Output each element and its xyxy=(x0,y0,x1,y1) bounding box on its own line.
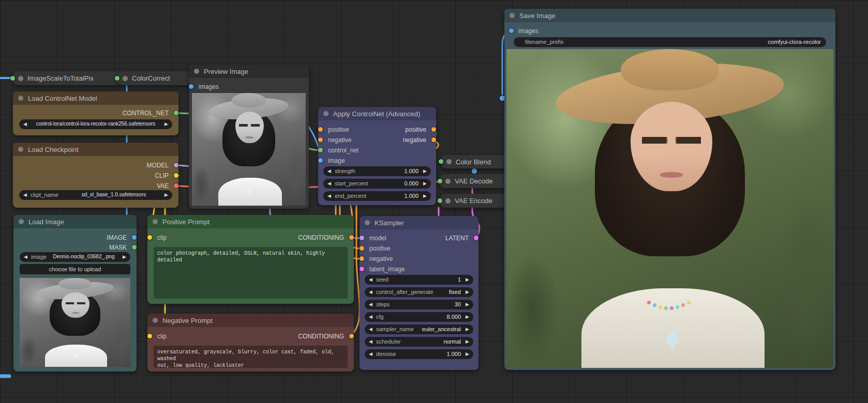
collapse-dot-icon[interactable] xyxy=(153,219,158,224)
collapse-dot-icon[interactable] xyxy=(153,318,158,323)
decrement-arrow-icon[interactable] xyxy=(369,314,372,320)
node-load-controlnet-model[interactable]: Load ControlNet Model CONTROL_NET contro… xyxy=(13,91,178,135)
output-port-clip[interactable] xyxy=(174,173,178,178)
ckpt-name-widget[interactable]: ckpt_name sd_xl_base_1.0.safetensors xyxy=(19,190,172,200)
node-titlebar[interactable]: Positive Prompt xyxy=(147,215,354,228)
decrement-arrow-icon[interactable] xyxy=(369,351,372,358)
collapse-dot-icon[interactable] xyxy=(323,111,328,116)
collapse-dot-icon[interactable] xyxy=(19,219,24,224)
collapse-dot-icon[interactable] xyxy=(446,159,452,164)
image-file-widget[interactable]: image Dennis-noclip_03682_.png xyxy=(20,252,130,262)
input-port-icon[interactable] xyxy=(438,179,442,183)
output-port-latent[interactable] xyxy=(474,236,478,240)
input-port-icon[interactable] xyxy=(439,159,443,164)
input-port-model[interactable] xyxy=(360,236,364,240)
node-titlebar[interactable]: Load Checkpoint xyxy=(13,143,178,156)
collapse-dot-icon[interactable] xyxy=(365,220,370,225)
increment-arrow-icon[interactable] xyxy=(423,168,427,175)
input-port-icon[interactable] xyxy=(10,76,15,81)
input-port-positive[interactable] xyxy=(360,246,364,251)
input-port-clip[interactable] xyxy=(147,235,152,240)
decrement-arrow-icon[interactable] xyxy=(369,338,372,345)
node-graph-canvas[interactable]: ImageScaleToTotalPix ColorCorrect Load C… xyxy=(0,0,868,403)
output-port-vae[interactable] xyxy=(174,183,178,188)
decrement-arrow-icon[interactable] xyxy=(327,193,331,199)
node-ksampler[interactable]: KSampler model LATENT positive negative … xyxy=(360,216,478,370)
node-image-scale-to-total-pix[interactable]: ImageScaleToTotalPix xyxy=(13,71,123,85)
input-port-negative[interactable] xyxy=(318,137,323,142)
collapse-dot-icon[interactable] xyxy=(510,13,515,18)
node-load-image[interactable]: Load Image IMAGE MASK image Dennis-nocli… xyxy=(13,215,137,371)
node-titlebar[interactable]: Apply ControlNet (Advanced) xyxy=(318,107,436,120)
node-positive-prompt[interactable]: Positive Prompt clip CONDITIONING color … xyxy=(147,215,354,304)
cfg-widget[interactable]: cfg 8.000 xyxy=(365,312,473,322)
increment-arrow-icon[interactable] xyxy=(466,314,469,320)
strength-widget[interactable]: strength 1.000 xyxy=(323,166,431,176)
node-titlebar[interactable]: Load ControlNet Model xyxy=(13,91,178,105)
input-port-icon[interactable] xyxy=(438,198,442,203)
collapse-dot-icon[interactable] xyxy=(194,69,199,74)
node-negative-prompt[interactable]: Negative Prompt clip CONDITIONING oversa… xyxy=(147,314,354,371)
node-save-image[interactable]: Save Image images filename_prefix comfyu… xyxy=(504,9,835,370)
input-port-positive[interactable] xyxy=(318,127,323,132)
input-port-image[interactable] xyxy=(318,158,323,163)
seed-widget[interactable]: seed 1 xyxy=(365,275,473,285)
input-port-negative[interactable] xyxy=(360,256,364,261)
input-port-control-net[interactable] xyxy=(318,148,323,152)
node-load-checkpoint[interactable]: Load Checkpoint MODEL CLIP VAE ckpt_name… xyxy=(13,143,178,208)
filename-prefix-widget[interactable]: filename_prefix comfyui-clora-recolor xyxy=(514,37,826,47)
node-titlebar[interactable]: Preview Image xyxy=(189,65,309,78)
input-port-latent-image[interactable] xyxy=(360,267,364,271)
input-port-clip[interactable] xyxy=(147,334,152,338)
output-port-image[interactable] xyxy=(132,235,137,240)
increment-arrow-icon[interactable] xyxy=(423,180,427,187)
negative-prompt-textarea[interactable]: oversaturated, grayscale, blurry, color … xyxy=(154,346,348,368)
decrement-arrow-icon[interactable] xyxy=(369,301,372,308)
increment-arrow-icon[interactable] xyxy=(164,121,168,128)
decrement-arrow-icon[interactable] xyxy=(23,192,27,198)
node-color-correct[interactable]: ColorCorrect xyxy=(117,71,191,85)
increment-arrow-icon[interactable] xyxy=(164,192,168,198)
input-port-images[interactable] xyxy=(189,84,193,89)
collapse-dot-icon[interactable] xyxy=(445,198,451,204)
scheduler-widget[interactable]: scheduler normal xyxy=(365,337,473,347)
control-net-name-widget[interactable]: control-lora/control-lora-recolor-rank25… xyxy=(19,119,172,129)
input-port-icon[interactable] xyxy=(115,76,119,81)
increment-arrow-icon[interactable] xyxy=(466,289,469,296)
decrement-arrow-icon[interactable] xyxy=(369,289,372,296)
collapse-dot-icon[interactable] xyxy=(18,96,23,101)
input-port-images[interactable] xyxy=(509,28,514,33)
end-percent-widget[interactable]: end_percent 1.000 xyxy=(323,191,431,201)
node-titlebar[interactable]: Negative Prompt xyxy=(147,314,354,327)
start-percent-widget[interactable]: start_percent 0.000 xyxy=(323,179,431,189)
decrement-arrow-icon[interactable] xyxy=(369,276,372,283)
increment-arrow-icon[interactable] xyxy=(466,326,469,333)
collapse-dot-icon[interactable] xyxy=(18,76,23,81)
collapse-dot-icon[interactable] xyxy=(445,179,451,184)
node-apply-controlnet[interactable]: Apply ControlNet (Advanced) positive pos… xyxy=(318,107,436,205)
reroute-dot-blend[interactable] xyxy=(471,168,477,174)
node-color-blend[interactable]: Color Blend xyxy=(441,155,510,168)
positive-prompt-textarea[interactable]: color photograph, detailed, DSLR, natura… xyxy=(154,247,348,299)
control-after-generate-widget[interactable]: control_after_generate fixed xyxy=(365,287,473,297)
decrement-arrow-icon[interactable] xyxy=(24,254,27,260)
output-port-mask[interactable] xyxy=(132,245,137,250)
steps-widget[interactable]: steps 30 xyxy=(365,300,473,309)
output-port-negative[interactable] xyxy=(431,137,436,142)
increment-arrow-icon[interactable] xyxy=(423,193,427,199)
node-preview-image[interactable]: Preview Image images xyxy=(189,65,309,209)
node-vae-encode[interactable]: VAE Encode xyxy=(440,194,510,208)
increment-arrow-icon[interactable] xyxy=(466,276,469,283)
increment-arrow-icon[interactable] xyxy=(466,338,469,345)
increment-arrow-icon[interactable] xyxy=(466,301,469,308)
node-titlebar[interactable]: Save Image xyxy=(504,9,835,22)
choose-file-button[interactable]: choose file to upload xyxy=(20,264,130,274)
node-titlebar[interactable]: Load Image xyxy=(13,215,137,228)
denoise-widget[interactable]: denoise 1.000 xyxy=(365,349,473,359)
sampler-name-widget[interactable]: sampler_name euler_ancestral xyxy=(365,324,473,334)
output-port-positive[interactable] xyxy=(431,127,436,132)
node-titlebar[interactable]: KSampler xyxy=(360,216,478,229)
output-port-conditioning[interactable] xyxy=(349,235,354,240)
node-vae-decode[interactable]: VAE Decode xyxy=(440,174,510,188)
decrement-arrow-icon[interactable] xyxy=(369,326,372,333)
